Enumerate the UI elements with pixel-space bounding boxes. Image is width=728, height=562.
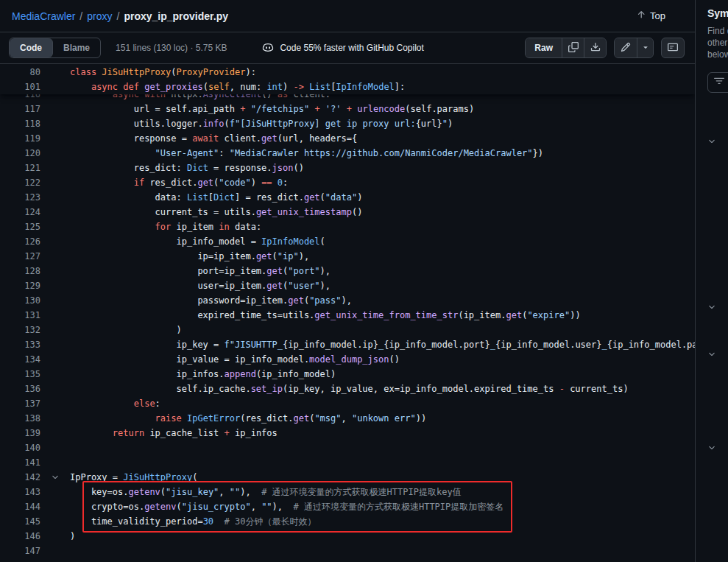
line-number[interactable]: 136 xyxy=(0,382,40,396)
code-line: 120 "User-Agent": "MediaCrawler https://… xyxy=(0,146,695,161)
code-fold-spacer xyxy=(40,411,70,426)
code-fold-spacer xyxy=(40,499,70,514)
code-fold-spacer xyxy=(40,65,70,80)
code-fold-spacer xyxy=(40,175,70,190)
line-number[interactable]: 139 xyxy=(0,426,40,440)
code-fold-spacer xyxy=(40,205,70,219)
line-number[interactable]: 117 xyxy=(0,102,40,116)
line-number[interactable]: 101 xyxy=(0,80,40,94)
breadcrumb-dir-link[interactable]: proxy xyxy=(87,10,112,22)
copy-button[interactable] xyxy=(562,38,584,57)
line-number[interactable]: 125 xyxy=(0,219,40,234)
breadcrumb: MediaCrawler / proxy / proxy_ip_provider… xyxy=(0,0,695,32)
line-number[interactable]: 135 xyxy=(0,367,40,382)
download-button[interactable] xyxy=(584,38,606,57)
code-text: if res_dict.get("code") == 0: xyxy=(70,175,695,190)
line-number[interactable]: 132 xyxy=(0,323,40,337)
symbol-group-chevron-icon[interactable] xyxy=(707,137,716,146)
line-number[interactable]: 130 xyxy=(0,293,40,308)
symbol-group-chevron-icon[interactable] xyxy=(707,350,716,359)
line-number[interactable]: 119 xyxy=(0,131,40,146)
line-number[interactable]: 145 xyxy=(0,514,40,529)
line-number[interactable]: 129 xyxy=(0,278,40,293)
code-fold-spacer xyxy=(40,323,70,337)
code-fold-spacer xyxy=(40,116,70,131)
chevron-down-icon xyxy=(641,43,650,54)
line-number[interactable]: 127 xyxy=(0,249,40,264)
symbol-group-chevron-icon[interactable] xyxy=(707,443,716,452)
code-fold-spacer xyxy=(40,102,70,116)
line-number[interactable]: 122 xyxy=(0,175,40,190)
line-number[interactable]: 124 xyxy=(0,205,40,219)
line-number[interactable]: 137 xyxy=(0,396,40,411)
code-blame-toggle: Code Blame xyxy=(9,38,101,58)
line-number[interactable]: 118 xyxy=(0,116,40,131)
arrow-up-icon xyxy=(636,10,646,22)
line-number[interactable]: 133 xyxy=(0,337,40,352)
code-line: 124 current_ts = utils.get_unix_timestam… xyxy=(0,205,695,219)
code-fold-spacer xyxy=(40,352,70,367)
symbols-panel-title: Symbols xyxy=(707,7,728,19)
code-fold-spacer xyxy=(40,249,70,264)
code-line: 130 password=ip_item.get("pass"), xyxy=(0,293,695,308)
code-text: res_dict: Dict = response.json() xyxy=(70,161,695,175)
code-line: 140 xyxy=(0,440,695,455)
github-code-view: MediaCrawler / proxy / proxy_ip_provider… xyxy=(0,0,728,562)
code-lines: 116 async with httpx.AsyncClient() as cl… xyxy=(0,64,695,558)
code-fold-chevron-icon[interactable] xyxy=(40,470,70,485)
symbol-group-chevron-icon[interactable] xyxy=(707,303,716,312)
line-number[interactable]: 80 xyxy=(0,65,40,80)
line-number[interactable]: 144 xyxy=(0,499,40,514)
line-number[interactable]: 142 xyxy=(0,470,40,485)
line-number[interactable]: 141 xyxy=(0,455,40,470)
code-line: 127 ip=ip_item.get("ip"), xyxy=(0,249,695,264)
code-text: current_ts = utils.get_unix_timestamp() xyxy=(70,205,695,219)
breadcrumb-path: MediaCrawler / proxy / proxy_ip_provider… xyxy=(12,10,228,22)
line-number[interactable]: 138 xyxy=(0,411,40,426)
raw-button[interactable]: Raw xyxy=(526,38,562,57)
copilot-banner-text: Code 55% faster with GitHub Copilot xyxy=(280,43,423,53)
code-line: 139 return ip_cache_list + ip_infos xyxy=(0,426,695,440)
code-text xyxy=(70,544,695,558)
code-fold-spacer xyxy=(40,264,70,278)
code-text: utils.logger.info(f"[JiSuHttpProxy] get … xyxy=(70,116,695,131)
code-text: ) xyxy=(70,323,695,337)
code-line: 80class JiSuHttpProxy(ProxyProvider): xyxy=(0,65,695,80)
line-number[interactable]: 128 xyxy=(0,264,40,278)
line-number[interactable]: 120 xyxy=(0,146,40,161)
line-number[interactable]: 126 xyxy=(0,234,40,249)
line-number[interactable]: 143 xyxy=(0,485,40,499)
symbols-panel-toggle-button[interactable] xyxy=(661,38,685,58)
edit-button[interactable] xyxy=(615,38,637,57)
line-number[interactable]: 146 xyxy=(0,529,40,544)
code-text: crypto=os.getenv("jisu_crypto", ""), # 通… xyxy=(70,499,695,514)
code-line: 128 port=ip_item.get("port"), xyxy=(0,264,695,278)
line-number[interactable]: 147 xyxy=(0,544,40,558)
tab-code[interactable]: Code xyxy=(10,38,53,57)
breadcrumb-repo-link[interactable]: MediaCrawler xyxy=(12,10,75,22)
edit-dropdown-button[interactable] xyxy=(637,38,653,57)
code-fold-spacer xyxy=(40,190,70,205)
code-text: expired_time_ts=utils.get_unix_time_from… xyxy=(70,308,695,323)
line-number[interactable]: 131 xyxy=(0,308,40,323)
code-text: user=ip_item.get("user"), xyxy=(70,278,695,293)
code-fold-spacer xyxy=(40,337,70,352)
back-to-top-link[interactable]: Top xyxy=(636,10,665,22)
copilot-banner[interactable]: Code 55% faster with GitHub Copilot xyxy=(262,41,423,55)
download-icon xyxy=(590,42,601,55)
code-line: 119 response = await client.get(url, hea… xyxy=(0,131,695,146)
copilot-icon xyxy=(262,41,274,55)
code-fold-spacer xyxy=(40,367,70,382)
copy-icon xyxy=(568,42,579,55)
tab-blame[interactable]: Blame xyxy=(53,38,100,57)
line-number[interactable]: 134 xyxy=(0,352,40,367)
code-fold-spacer xyxy=(40,529,70,544)
code-line: 146) xyxy=(0,529,695,544)
line-number[interactable]: 121 xyxy=(0,161,40,175)
line-number[interactable]: 140 xyxy=(0,440,40,455)
code-fold-spacer xyxy=(40,80,70,94)
line-number[interactable]: 123 xyxy=(0,190,40,205)
code-text: class JiSuHttpProxy(ProxyProvider): xyxy=(70,65,695,80)
code-line: 136 self.ip_cache.set_ip(ip_key, ip_valu… xyxy=(0,382,695,396)
symbols-panel: Symbols Find definitions and references … xyxy=(696,0,728,562)
